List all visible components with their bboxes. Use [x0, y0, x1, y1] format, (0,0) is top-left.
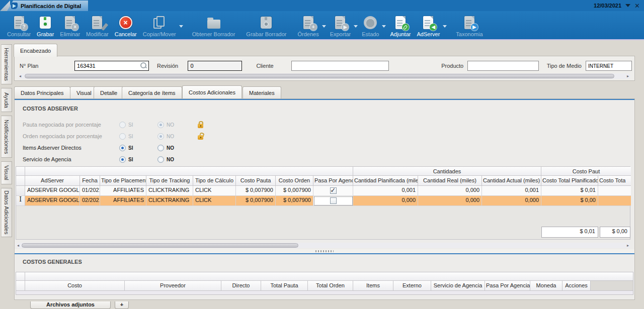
option-row-servicio-agencia: Servicio de Agencia SI NO — [23, 155, 174, 164]
search-icon[interactable] — [140, 62, 147, 69]
tipo-medio-input[interactable] — [586, 61, 632, 71]
gcol-total-pauta[interactable]: Total Pauta — [261, 281, 308, 291]
servicio-si-radio[interactable] — [119, 156, 126, 163]
orders-document-icon: + — [301, 16, 315, 30]
exportar-button[interactable]: ▶ Exportar — [327, 13, 354, 38]
header-horizontal-scrollbar[interactable]: ◂ ▸ — [18, 73, 630, 79]
grabar-button[interactable]: Grabar — [34, 13, 57, 38]
plan-label: N° Plan — [20, 63, 74, 69]
copiar-mover-dropdown-icon[interactable] — [179, 25, 183, 28]
date-dropdown-icon[interactable] — [625, 4, 630, 7]
tab-encabezado[interactable]: Encabezado — [14, 44, 57, 57]
sidebar-tab-visual[interactable]: Visual — [1, 161, 12, 184]
gcol-externo[interactable]: Externo — [393, 281, 431, 291]
obtener-borrador-button[interactable]: Obtener Borrador — [189, 13, 238, 38]
col-costo-pauta[interactable]: Costo Pauta — [236, 176, 276, 186]
gcol-costo[interactable]: Costo — [25, 281, 125, 291]
estado-button[interactable]: Estado — [359, 13, 382, 38]
col-cantidad-planificada[interactable]: Cantidad Planificada (miles) — [353, 176, 418, 186]
tab-categoria-de-items[interactable]: Categoría de ítems — [122, 86, 182, 98]
tab-archivos-adjuntos[interactable]: Archivos adjuntos — [30, 301, 111, 309]
gcol-acciones[interactable]: Acciones — [562, 281, 591, 291]
revision-input[interactable] — [188, 61, 242, 71]
generales-grid-group-row — [16, 272, 633, 281]
sidebar-tab-ayuda[interactable]: Ayuda — [1, 88, 12, 112]
plan-input[interactable] — [74, 61, 149, 71]
gcol-moneda[interactable]: Moneda — [530, 281, 562, 291]
pasa-por-agencia-checkbox-row2[interactable] — [330, 197, 337, 204]
pasa-por-agencia-checkbox-row1[interactable] — [330, 187, 337, 194]
sidebar-tab-notificaciones[interactable]: Notificaciones — [1, 116, 12, 158]
ordenes-button[interactable]: + Órdenes — [294, 13, 321, 38]
window-tab[interactable]: Planificación de Digital — [7, 1, 88, 11]
costos-generales-title: COSTOS GENERALES — [23, 259, 82, 265]
generales-section-rule — [15, 253, 634, 254]
adserver-button[interactable]: ◀ AdServer — [414, 13, 443, 38]
gcol-total-orden[interactable]: Total Orden — [308, 281, 353, 291]
save-draft-floppy-icon — [259, 16, 273, 30]
taxonomia-button[interactable]: ▶ Taxonomia — [453, 13, 486, 38]
tab-datos-principales[interactable]: Datos Principales — [14, 86, 70, 98]
generales-grid-header-row: Costo Proveedor Directo Total Pauta Tota… — [16, 281, 633, 291]
tab-costos-adicionales[interactable]: Costos Adicionales — [182, 85, 242, 98]
col-costo-total[interactable]: Costo Tota — [598, 176, 631, 186]
close-icon[interactable]: ✕ — [634, 3, 640, 9]
col-costo-total-planificado[interactable]: Costo Total Planificado — [541, 176, 598, 186]
title-bar: Planificación de Digital 12/03/2021 ✕ — [0, 0, 644, 11]
orden-si-radio[interactable] — [119, 133, 126, 140]
col-costo-orden[interactable]: Costo Orden — [276, 176, 313, 186]
costos-adicionales-panel: COSTOS ADSERVER Pauta negociada por porc… — [14, 98, 635, 300]
gcol-pasa-por-agencia[interactable]: Pasa Por Agencia — [485, 281, 530, 291]
section-splitter[interactable] — [15, 249, 634, 253]
adjuntar-button[interactable]: Adjuntar — [387, 13, 414, 38]
col-fecha[interactable]: Fecha — [80, 176, 100, 186]
adserver-row-1[interactable]: ADSERVER GOOGLE 01/2021 AFFILIATES CLICK… — [16, 186, 630, 196]
taxonomy-document-icon: ▶ — [462, 16, 476, 30]
adserver-row-2[interactable]: I ADSERVER GOOGLE 02/2021 AFFILIATES CLI… — [16, 196, 630, 206]
consultar-button[interactable]: ? Consultar — [4, 13, 34, 38]
servicio-no-radio[interactable] — [157, 156, 164, 163]
tab-detalle[interactable]: Detalle — [94, 86, 124, 98]
sidebar-tab-datos-adicionales[interactable]: Datos Adicionales — [1, 188, 12, 237]
copiar-mover-button[interactable]: Copiar/Mover — [140, 13, 179, 38]
pauta-si-radio[interactable] — [119, 122, 126, 128]
modificar-button[interactable]: Modificar — [83, 13, 112, 38]
col-tipo-placement[interactable]: Tipo de Placement — [100, 176, 146, 186]
tab-materiales[interactable]: Materiales — [243, 86, 281, 98]
col-tipo-calculo[interactable]: Tipo de Cálculo — [193, 176, 236, 186]
open-folder-icon — [207, 16, 221, 30]
pasa-por-agencia-edit-cell[interactable] — [313, 196, 353, 206]
gcol-items[interactable]: Items — [353, 281, 393, 291]
estado-dropdown-icon[interactable] — [382, 25, 386, 28]
col-pasa-por-agencia[interactable]: Pasa Por Agencia — [313, 176, 353, 186]
adserver-horizontal-scrollbar[interactable]: ◂ ▸ — [16, 243, 630, 248]
col-tipo-tracking[interactable]: Tipo de Tracking — [146, 176, 193, 186]
add-tab-button[interactable]: + — [115, 301, 129, 309]
exportar-dropdown-icon[interactable] — [354, 25, 358, 28]
adserver-dropdown-icon[interactable] — [443, 25, 447, 28]
ordenes-dropdown-icon[interactable] — [322, 25, 326, 28]
col-cantidad-actual[interactable]: Cantidad Actual (miles) — [482, 176, 541, 186]
app-icon — [11, 3, 18, 9]
grabar-borrador-button[interactable]: Grabar Borrador — [243, 13, 289, 38]
eliminar-button[interactable]: × Eliminar — [57, 13, 83, 38]
group-costo-pauta: Costo Paut — [541, 167, 631, 176]
pauta-no-radio[interactable] — [157, 122, 164, 128]
orden-no-radio[interactable] — [157, 133, 164, 140]
toolbar: ? Consultar Grabar × Eliminar Modificar … — [0, 11, 644, 40]
tipo-medio-label: Tipo de Medio — [547, 63, 586, 69]
col-cantidad-real[interactable]: Cantidad Real (miles) — [418, 176, 482, 186]
adserver-grid-header-row: AdServer Fecha Tipo de Placement Tipo de… — [16, 176, 630, 186]
gcol-proveedor[interactable]: Proveedor — [125, 281, 221, 291]
sidebar-tab-herramientas[interactable]: Herramientas — [1, 44, 12, 84]
copy-move-icon — [152, 16, 167, 30]
adserver-grid: Cantidades Costo Paut AdServer Fecha Tip… — [16, 166, 630, 240]
cancelar-button[interactable]: × Cancelar — [112, 13, 140, 38]
producto-input[interactable] — [467, 61, 539, 71]
items-si-radio[interactable] — [119, 145, 126, 151]
gcol-directo[interactable]: Directo — [221, 281, 261, 291]
col-adserver[interactable]: AdServer — [25, 176, 80, 186]
gcol-servicio-agencia[interactable]: Servicio de Agencia — [431, 281, 485, 291]
items-no-radio[interactable] — [157, 145, 164, 151]
cliente-input[interactable] — [291, 61, 389, 71]
